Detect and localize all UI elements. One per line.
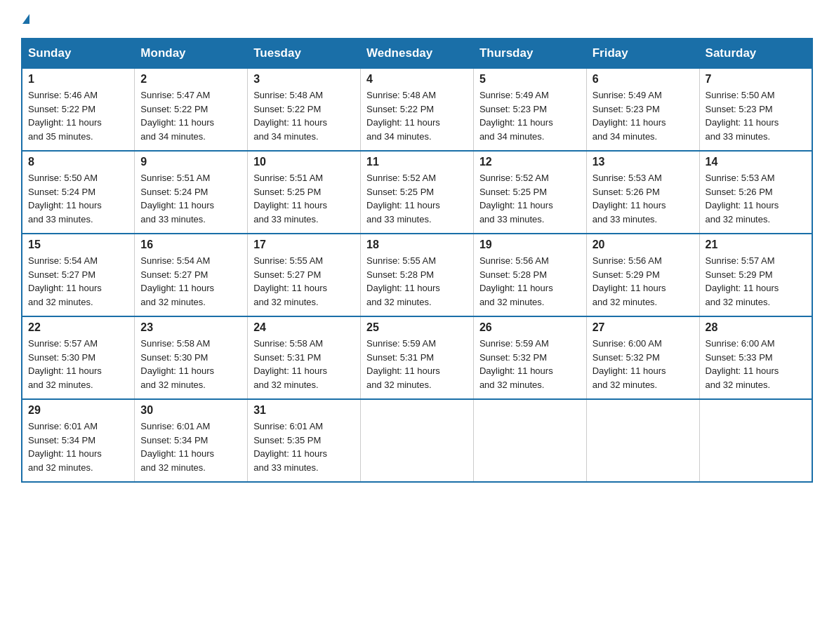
logo bbox=[21, 14, 29, 24]
calendar-cell: 9Sunrise: 5:51 AMSunset: 5:24 PMDaylight… bbox=[135, 151, 248, 234]
day-number: 15 bbox=[28, 239, 128, 251]
day-number: 21 bbox=[706, 239, 806, 251]
day-number: 18 bbox=[366, 239, 468, 251]
day-number: 3 bbox=[253, 73, 355, 86]
calendar-cell: 23Sunrise: 5:58 AMSunset: 5:30 PMDayligh… bbox=[135, 316, 248, 399]
calendar-cell: 26Sunrise: 5:59 AMSunset: 5:32 PMDayligh… bbox=[473, 316, 586, 399]
week-row-3: 22Sunrise: 5:57 AMSunset: 5:30 PMDayligh… bbox=[22, 316, 812, 399]
day-info: Sunrise: 6:01 AMSunset: 5:34 PMDaylight:… bbox=[28, 420, 128, 474]
col-friday: Friday bbox=[586, 39, 699, 68]
calendar-cell: 11Sunrise: 5:52 AMSunset: 5:25 PMDayligh… bbox=[361, 151, 474, 234]
day-info: Sunrise: 5:53 AMSunset: 5:26 PMDaylight:… bbox=[593, 171, 694, 226]
col-monday: Monday bbox=[135, 39, 248, 68]
calendar-cell bbox=[473, 399, 586, 482]
logo-triangle-icon bbox=[22, 14, 29, 24]
calendar-cell: 30Sunrise: 6:01 AMSunset: 5:34 PMDayligh… bbox=[135, 399, 248, 482]
day-number: 1 bbox=[28, 73, 128, 86]
day-number: 12 bbox=[479, 156, 581, 168]
day-number: 23 bbox=[140, 321, 241, 334]
day-number: 20 bbox=[593, 239, 694, 251]
day-info: Sunrise: 6:00 AMSunset: 5:33 PMDaylight:… bbox=[706, 337, 806, 391]
calendar-cell: 21Sunrise: 5:57 AMSunset: 5:29 PMDayligh… bbox=[699, 234, 812, 316]
day-info: Sunrise: 5:50 AMSunset: 5:23 PMDaylight:… bbox=[706, 88, 806, 143]
calendar-cell: 3Sunrise: 5:48 AMSunset: 5:22 PMDaylight… bbox=[248, 68, 361, 151]
calendar-cell bbox=[361, 399, 474, 482]
col-saturday: Saturday bbox=[699, 39, 812, 68]
day-info: Sunrise: 5:57 AMSunset: 5:30 PMDaylight:… bbox=[28, 337, 128, 391]
calendar-cell: 17Sunrise: 5:55 AMSunset: 5:27 PMDayligh… bbox=[248, 234, 361, 316]
day-number: 9 bbox=[140, 156, 241, 168]
day-info: Sunrise: 5:48 AMSunset: 5:22 PMDaylight:… bbox=[366, 88, 468, 143]
day-info: Sunrise: 5:47 AMSunset: 5:22 PMDaylight:… bbox=[140, 88, 241, 143]
day-number: 13 bbox=[593, 156, 694, 168]
day-number: 10 bbox=[253, 156, 355, 168]
day-number: 4 bbox=[366, 73, 468, 86]
day-info: Sunrise: 5:55 AMSunset: 5:27 PMDaylight:… bbox=[253, 254, 355, 309]
calendar-cell: 27Sunrise: 6:00 AMSunset: 5:32 PMDayligh… bbox=[586, 316, 699, 399]
day-info: Sunrise: 5:54 AMSunset: 5:27 PMDaylight:… bbox=[28, 254, 128, 309]
calendar-cell: 2Sunrise: 5:47 AMSunset: 5:22 PMDaylight… bbox=[135, 68, 248, 151]
week-row-0: 1Sunrise: 5:46 AMSunset: 5:22 PMDaylight… bbox=[22, 68, 812, 151]
calendar-cell: 15Sunrise: 5:54 AMSunset: 5:27 PMDayligh… bbox=[22, 234, 135, 316]
calendar-body: 1Sunrise: 5:46 AMSunset: 5:22 PMDaylight… bbox=[22, 68, 812, 482]
calendar-cell: 1Sunrise: 5:46 AMSunset: 5:22 PMDaylight… bbox=[22, 68, 135, 151]
calendar-cell: 14Sunrise: 5:53 AMSunset: 5:26 PMDayligh… bbox=[699, 151, 812, 234]
day-info: Sunrise: 5:58 AMSunset: 5:31 PMDaylight:… bbox=[253, 337, 355, 391]
day-info: Sunrise: 5:58 AMSunset: 5:30 PMDaylight:… bbox=[140, 337, 241, 391]
day-number: 16 bbox=[140, 239, 241, 251]
day-info: Sunrise: 6:01 AMSunset: 5:35 PMDaylight:… bbox=[253, 420, 355, 474]
day-info: Sunrise: 5:54 AMSunset: 5:27 PMDaylight:… bbox=[140, 254, 241, 309]
day-number: 14 bbox=[706, 156, 806, 168]
day-info: Sunrise: 5:59 AMSunset: 5:31 PMDaylight:… bbox=[366, 337, 468, 391]
day-info: Sunrise: 5:56 AMSunset: 5:29 PMDaylight:… bbox=[593, 254, 694, 309]
day-info: Sunrise: 6:00 AMSunset: 5:32 PMDaylight:… bbox=[593, 337, 694, 391]
day-info: Sunrise: 5:55 AMSunset: 5:28 PMDaylight:… bbox=[366, 254, 468, 309]
day-number: 8 bbox=[28, 156, 128, 168]
week-row-2: 15Sunrise: 5:54 AMSunset: 5:27 PMDayligh… bbox=[22, 234, 812, 316]
calendar-cell: 7Sunrise: 5:50 AMSunset: 5:23 PMDaylight… bbox=[699, 68, 812, 151]
col-wednesday: Wednesday bbox=[361, 39, 474, 68]
day-info: Sunrise: 5:52 AMSunset: 5:25 PMDaylight:… bbox=[366, 171, 468, 226]
calendar-cell: 24Sunrise: 5:58 AMSunset: 5:31 PMDayligh… bbox=[248, 316, 361, 399]
day-number: 28 bbox=[706, 321, 806, 334]
calendar-cell: 31Sunrise: 6:01 AMSunset: 5:35 PMDayligh… bbox=[248, 399, 361, 482]
calendar-cell: 6Sunrise: 5:49 AMSunset: 5:23 PMDaylight… bbox=[586, 68, 699, 151]
day-number: 17 bbox=[253, 239, 355, 251]
calendar-cell bbox=[586, 399, 699, 482]
day-number: 6 bbox=[593, 73, 694, 86]
day-info: Sunrise: 5:46 AMSunset: 5:22 PMDaylight:… bbox=[28, 88, 128, 143]
calendar-cell bbox=[699, 399, 812, 482]
calendar-cell: 10Sunrise: 5:51 AMSunset: 5:25 PMDayligh… bbox=[248, 151, 361, 234]
day-info: Sunrise: 5:56 AMSunset: 5:28 PMDaylight:… bbox=[479, 254, 581, 309]
day-number: 5 bbox=[479, 73, 581, 86]
day-info: Sunrise: 5:50 AMSunset: 5:24 PMDaylight:… bbox=[28, 171, 128, 226]
day-number: 2 bbox=[140, 73, 241, 86]
day-number: 30 bbox=[140, 404, 241, 417]
calendar-table: Sunday Monday Tuesday Wednesday Thursday… bbox=[21, 38, 813, 483]
calendar-cell: 16Sunrise: 5:54 AMSunset: 5:27 PMDayligh… bbox=[135, 234, 248, 316]
col-sunday: Sunday bbox=[22, 39, 135, 68]
calendar-cell: 18Sunrise: 5:55 AMSunset: 5:28 PMDayligh… bbox=[361, 234, 474, 316]
day-info: Sunrise: 5:53 AMSunset: 5:26 PMDaylight:… bbox=[706, 171, 806, 226]
week-row-1: 8Sunrise: 5:50 AMSunset: 5:24 PMDaylight… bbox=[22, 151, 812, 234]
day-info: Sunrise: 6:01 AMSunset: 5:34 PMDaylight:… bbox=[140, 420, 241, 474]
day-number: 24 bbox=[253, 321, 355, 334]
day-number: 31 bbox=[253, 404, 355, 417]
calendar-cell: 29Sunrise: 6:01 AMSunset: 5:34 PMDayligh… bbox=[22, 399, 135, 482]
col-thursday: Thursday bbox=[473, 39, 586, 68]
day-number: 26 bbox=[479, 321, 581, 334]
calendar-cell: 22Sunrise: 5:57 AMSunset: 5:30 PMDayligh… bbox=[22, 316, 135, 399]
page-header bbox=[21, 14, 813, 24]
day-number: 25 bbox=[366, 321, 468, 334]
calendar-cell: 5Sunrise: 5:49 AMSunset: 5:23 PMDaylight… bbox=[473, 68, 586, 151]
header-row: Sunday Monday Tuesday Wednesday Thursday… bbox=[22, 39, 812, 68]
calendar-cell: 8Sunrise: 5:50 AMSunset: 5:24 PMDaylight… bbox=[22, 151, 135, 234]
col-tuesday: Tuesday bbox=[248, 39, 361, 68]
calendar-cell: 19Sunrise: 5:56 AMSunset: 5:28 PMDayligh… bbox=[473, 234, 586, 316]
day-info: Sunrise: 5:51 AMSunset: 5:24 PMDaylight:… bbox=[140, 171, 241, 226]
day-number: 11 bbox=[366, 156, 468, 168]
day-info: Sunrise: 5:48 AMSunset: 5:22 PMDaylight:… bbox=[253, 88, 355, 143]
day-info: Sunrise: 5:52 AMSunset: 5:25 PMDaylight:… bbox=[479, 171, 581, 226]
day-info: Sunrise: 5:59 AMSunset: 5:32 PMDaylight:… bbox=[479, 337, 581, 391]
calendar-cell: 25Sunrise: 5:59 AMSunset: 5:31 PMDayligh… bbox=[361, 316, 474, 399]
